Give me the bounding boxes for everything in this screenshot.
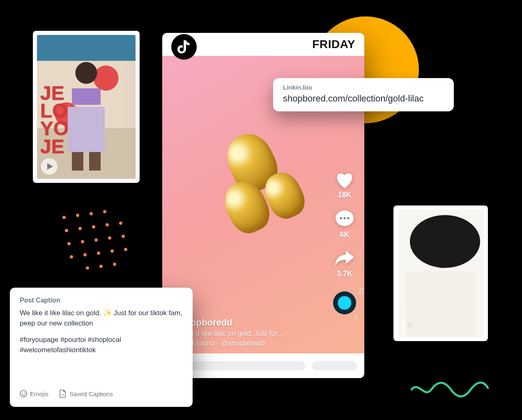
background-text: JE LO YO JE [40,84,69,155]
share-count: 3.7K [337,270,352,278]
music-note-icon: ♪ [354,311,359,322]
composer-title: Post Caption [20,297,183,304]
caption-composer-panel: Post Caption We like it like lilac on go… [10,288,193,407]
media-thumbnail: JE LO YO JE [37,35,136,179]
saved-captions-button[interactable]: # Saved Captions [59,390,113,398]
comment-button[interactable]: 6K [335,210,354,239]
linkinbio-panel: Linkin.bio shopbored.com/collection/gold… [273,78,454,111]
linkinbio-url-input[interactable]: shopbored.com/collection/gold-lilac [283,93,444,104]
media-card-right[interactable] [393,205,488,341]
product-charm-image [189,118,324,256]
caption-textarea[interactable]: We like it like lilac on gold. ✨ Just fo… [20,308,183,386]
tiktok-meta: @shopboredd We like it like lilac on gol… [171,317,315,348]
emojis-label: Emojis [30,390,48,397]
share-button[interactable]: 3.7K [334,250,355,278]
svg-point-3 [347,217,349,219]
account-handle[interactable]: @shopboredd [171,317,315,328]
like-count: 18K [338,191,351,199]
sound-disc-icon[interactable]: ♫ ♪ [333,291,356,314]
scheduled-day-label: FRIDAY [312,38,355,51]
music-note-icon: ♫ [358,286,365,296]
tiktok-header: FRIDAY [162,33,364,56]
tiktok-action-column: 18K 6K 3.7K ♫ ♪ [333,171,356,314]
svg-point-5 [22,392,23,393]
media-thumbnail [398,210,484,337]
play-icon[interactable] [402,316,418,333]
svg-point-1 [340,217,342,219]
video-caption-truncated: We like it like lilac on gold. Just for… [171,330,315,338]
media-card-left[interactable]: JE LO YO JE [33,31,140,183]
svg-text:#: # [62,393,64,397]
tiktok-logo-icon [171,34,197,60]
composer-toolbar: Emojis # Saved Captions [20,386,183,398]
play-icon[interactable] [41,158,57,175]
sound-name[interactable]: original sound - @shopboredd [171,339,315,348]
footer-placeholder [312,361,357,370]
svg-point-6 [24,392,25,393]
linkinbio-label: Linkin.bio [283,84,444,91]
caption-text: We like it like lilac on gold. ✨ Just fo… [20,308,183,328]
svg-point-2 [343,217,345,219]
svg-point-4 [20,390,27,397]
like-button[interactable]: 18K [335,171,354,199]
caption-hashtags: #foryoupage #pourtoi #shoplocal #welcome… [20,335,183,355]
saved-captions-label: Saved Captions [69,390,113,397]
comment-count: 6K [340,231,349,239]
smile-icon [20,390,27,397]
document-hash-icon: # [59,390,67,398]
emojis-button[interactable]: Emojis [20,390,48,397]
decor-squiggle [411,378,489,399]
